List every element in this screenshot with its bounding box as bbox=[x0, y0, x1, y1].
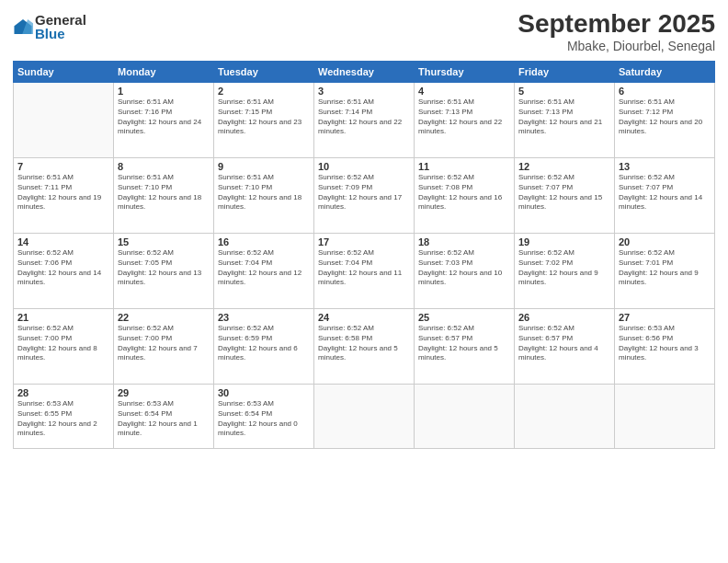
col-thursday: Thursday bbox=[415, 62, 515, 83]
day-number: 28 bbox=[17, 387, 109, 398]
day-info: Sunrise: 6:52 AM Sunset: 7:02 PM Dayligh… bbox=[518, 248, 610, 288]
day-number: 23 bbox=[218, 312, 310, 323]
calendar-cell bbox=[415, 385, 515, 449]
title-block: September 2025 Mbake, Diourbel, Senegal bbox=[518, 9, 715, 53]
calendar-cell: 12Sunrise: 6:52 AM Sunset: 7:07 PM Dayli… bbox=[515, 158, 615, 234]
day-number: 20 bbox=[619, 236, 711, 247]
calendar-cell: 20Sunrise: 6:52 AM Sunset: 7:01 PM Dayli… bbox=[615, 234, 715, 309]
day-info: Sunrise: 6:52 AM Sunset: 6:58 PM Dayligh… bbox=[318, 324, 410, 363]
calendar-title: September 2025 bbox=[518, 9, 715, 39]
day-info: Sunrise: 6:53 AM Sunset: 6:55 PM Dayligh… bbox=[17, 399, 109, 439]
day-info: Sunrise: 6:53 AM Sunset: 6:54 PM Dayligh… bbox=[218, 399, 310, 439]
day-info: Sunrise: 6:52 AM Sunset: 7:07 PM Dayligh… bbox=[518, 173, 610, 213]
calendar-cell bbox=[615, 385, 715, 449]
calendar-row: 28Sunrise: 6:53 AM Sunset: 6:55 PM Dayli… bbox=[14, 385, 715, 449]
calendar-cell: 23Sunrise: 6:52 AM Sunset: 6:59 PM Dayli… bbox=[214, 309, 314, 385]
day-number: 15 bbox=[118, 236, 210, 247]
day-info: Sunrise: 6:51 AM Sunset: 7:13 PM Dayligh… bbox=[418, 98, 510, 137]
day-number: 9 bbox=[218, 161, 310, 172]
day-number: 6 bbox=[619, 86, 711, 97]
logo-icon bbox=[13, 17, 33, 37]
day-number: 1 bbox=[118, 86, 210, 97]
calendar-table: Sunday Monday Tuesday Wednesday Thursday… bbox=[13, 61, 715, 449]
calendar-cell: 25Sunrise: 6:52 AM Sunset: 6:57 PM Dayli… bbox=[415, 309, 515, 385]
day-number: 13 bbox=[619, 161, 711, 172]
day-info: Sunrise: 6:51 AM Sunset: 7:16 PM Dayligh… bbox=[118, 98, 210, 137]
calendar-row: 7Sunrise: 6:51 AM Sunset: 7:11 PM Daylig… bbox=[14, 158, 715, 234]
day-number: 29 bbox=[118, 387, 210, 398]
day-number: 22 bbox=[118, 312, 210, 323]
calendar-cell: 24Sunrise: 6:52 AM Sunset: 6:58 PM Dayli… bbox=[314, 309, 415, 385]
day-info: Sunrise: 6:51 AM Sunset: 7:14 PM Dayligh… bbox=[318, 98, 410, 137]
day-number: 12 bbox=[518, 161, 610, 172]
day-info: Sunrise: 6:52 AM Sunset: 7:09 PM Dayligh… bbox=[318, 173, 410, 213]
calendar-cell bbox=[314, 385, 415, 449]
day-info: Sunrise: 6:52 AM Sunset: 6:57 PM Dayligh… bbox=[518, 324, 610, 363]
day-number: 21 bbox=[17, 312, 109, 323]
col-saturday: Saturday bbox=[615, 62, 715, 83]
day-number: 30 bbox=[218, 387, 310, 398]
calendar-cell: 4Sunrise: 6:51 AM Sunset: 7:13 PM Daylig… bbox=[415, 83, 515, 158]
col-friday: Friday bbox=[515, 62, 615, 83]
day-info: Sunrise: 6:51 AM Sunset: 7:12 PM Dayligh… bbox=[619, 98, 711, 137]
day-info: Sunrise: 6:52 AM Sunset: 7:05 PM Dayligh… bbox=[118, 248, 210, 288]
calendar-cell: 1Sunrise: 6:51 AM Sunset: 7:16 PM Daylig… bbox=[114, 83, 214, 158]
header-row: Sunday Monday Tuesday Wednesday Thursday… bbox=[14, 62, 715, 83]
day-info: Sunrise: 6:52 AM Sunset: 7:08 PM Dayligh… bbox=[418, 173, 510, 213]
day-info: Sunrise: 6:51 AM Sunset: 7:13 PM Dayligh… bbox=[518, 98, 610, 137]
col-tuesday: Tuesday bbox=[214, 62, 314, 83]
day-number: 7 bbox=[17, 161, 109, 172]
calendar-cell: 30Sunrise: 6:53 AM Sunset: 6:54 PM Dayli… bbox=[214, 385, 314, 449]
calendar-cell: 8Sunrise: 6:51 AM Sunset: 7:10 PM Daylig… bbox=[114, 158, 214, 234]
day-info: Sunrise: 6:52 AM Sunset: 7:07 PM Dayligh… bbox=[619, 173, 711, 213]
calendar-cell: 6Sunrise: 6:51 AM Sunset: 7:12 PM Daylig… bbox=[615, 83, 715, 158]
day-info: Sunrise: 6:51 AM Sunset: 7:15 PM Dayligh… bbox=[218, 98, 310, 137]
day-number: 5 bbox=[518, 86, 610, 97]
day-number: 26 bbox=[518, 312, 610, 323]
logo-text: General Blue bbox=[35, 13, 86, 40]
day-number: 27 bbox=[619, 312, 711, 323]
calendar-cell bbox=[14, 83, 114, 158]
calendar-cell: 2Sunrise: 6:51 AM Sunset: 7:15 PM Daylig… bbox=[214, 83, 314, 158]
day-number: 8 bbox=[118, 161, 210, 172]
calendar-cell: 21Sunrise: 6:52 AM Sunset: 7:00 PM Dayli… bbox=[14, 309, 114, 385]
calendar-row: 14Sunrise: 6:52 AM Sunset: 7:06 PM Dayli… bbox=[14, 234, 715, 309]
calendar-cell: 9Sunrise: 6:51 AM Sunset: 7:10 PM Daylig… bbox=[214, 158, 314, 234]
calendar-cell: 16Sunrise: 6:52 AM Sunset: 7:04 PM Dayli… bbox=[214, 234, 314, 309]
calendar-row: 21Sunrise: 6:52 AM Sunset: 7:00 PM Dayli… bbox=[14, 309, 715, 385]
calendar-cell: 17Sunrise: 6:52 AM Sunset: 7:04 PM Dayli… bbox=[314, 234, 415, 309]
calendar-page: General Blue September 2025 Mbake, Diour… bbox=[0, 0, 728, 563]
col-sunday: Sunday bbox=[14, 62, 114, 83]
day-info: Sunrise: 6:52 AM Sunset: 6:57 PM Dayligh… bbox=[418, 324, 510, 363]
calendar-cell: 15Sunrise: 6:52 AM Sunset: 7:05 PM Dayli… bbox=[114, 234, 214, 309]
calendar-cell: 5Sunrise: 6:51 AM Sunset: 7:13 PM Daylig… bbox=[515, 83, 615, 158]
day-number: 19 bbox=[518, 236, 610, 247]
day-number: 17 bbox=[318, 236, 410, 247]
calendar-cell: 22Sunrise: 6:52 AM Sunset: 7:00 PM Dayli… bbox=[114, 309, 214, 385]
day-info: Sunrise: 6:52 AM Sunset: 7:00 PM Dayligh… bbox=[118, 324, 210, 363]
calendar-cell: 29Sunrise: 6:53 AM Sunset: 6:54 PM Dayli… bbox=[114, 385, 214, 449]
col-monday: Monday bbox=[114, 62, 214, 83]
day-info: Sunrise: 6:52 AM Sunset: 6:59 PM Dayligh… bbox=[218, 324, 310, 363]
calendar-subtitle: Mbake, Diourbel, Senegal bbox=[518, 39, 715, 53]
day-info: Sunrise: 6:51 AM Sunset: 7:11 PM Dayligh… bbox=[17, 173, 109, 213]
calendar-cell: 13Sunrise: 6:52 AM Sunset: 7:07 PM Dayli… bbox=[615, 158, 715, 234]
day-info: Sunrise: 6:53 AM Sunset: 6:54 PM Dayligh… bbox=[118, 399, 210, 439]
calendar-cell: 3Sunrise: 6:51 AM Sunset: 7:14 PM Daylig… bbox=[314, 83, 415, 158]
logo-general-text: General bbox=[35, 13, 86, 27]
day-number: 24 bbox=[318, 312, 410, 323]
day-info: Sunrise: 6:51 AM Sunset: 7:10 PM Dayligh… bbox=[218, 173, 310, 213]
calendar-cell: 10Sunrise: 6:52 AM Sunset: 7:09 PM Dayli… bbox=[314, 158, 415, 234]
day-info: Sunrise: 6:52 AM Sunset: 7:01 PM Dayligh… bbox=[619, 248, 711, 288]
day-number: 14 bbox=[17, 236, 109, 247]
calendar-cell: 18Sunrise: 6:52 AM Sunset: 7:03 PM Dayli… bbox=[415, 234, 515, 309]
day-info: Sunrise: 6:52 AM Sunset: 7:04 PM Dayligh… bbox=[218, 248, 310, 288]
day-info: Sunrise: 6:52 AM Sunset: 7:06 PM Dayligh… bbox=[17, 248, 109, 288]
logo-blue-text: Blue bbox=[35, 27, 86, 40]
day-number: 18 bbox=[418, 236, 510, 247]
calendar-cell bbox=[515, 385, 615, 449]
col-wednesday: Wednesday bbox=[314, 62, 415, 83]
day-info: Sunrise: 6:52 AM Sunset: 7:04 PM Dayligh… bbox=[318, 248, 410, 288]
day-number: 11 bbox=[418, 161, 510, 172]
logo: General Blue bbox=[13, 13, 86, 40]
